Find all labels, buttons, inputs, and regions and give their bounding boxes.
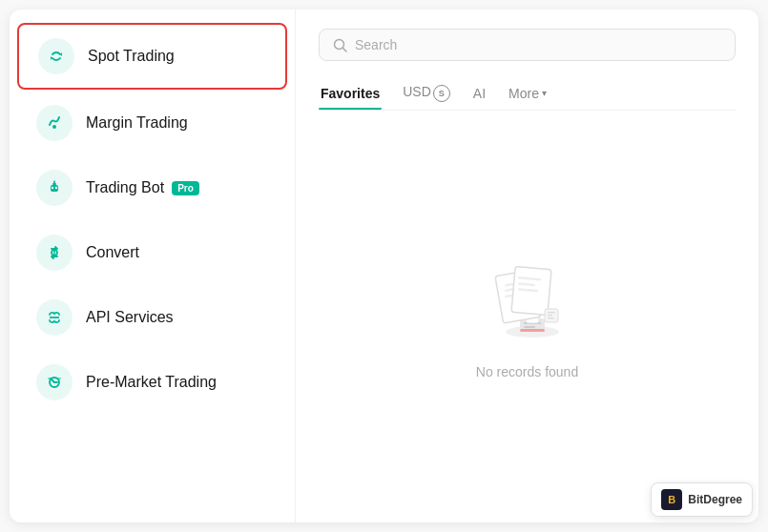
bot-icon [36, 170, 73, 206]
search-bar [319, 29, 736, 61]
no-records-message: No records found [476, 364, 578, 379]
tab-ai[interactable]: AI [471, 78, 488, 109]
sidebar-item-pre-market-trading[interactable]: Pre-Market Trading [17, 351, 287, 414]
sidebar-item-margin-trading-label: Margin Trading [86, 114, 188, 132]
svg-rect-19 [57, 378, 61, 379]
svg-rect-37 [520, 329, 545, 332]
svg-rect-25 [524, 326, 535, 328]
margin-icon [36, 105, 73, 141]
sidebar-item-convert[interactable]: Convert [17, 221, 287, 284]
svg-line-21 [343, 48, 347, 51]
svg-rect-39 [548, 312, 555, 314]
sidebar-item-margin-trading[interactable]: Margin Trading [17, 92, 287, 154]
api-icon [36, 299, 73, 336]
svg-point-11 [53, 181, 55, 183]
sidebar-item-api-services-label: API Services [86, 309, 174, 326]
tab-more[interactable]: More ▾ [507, 78, 549, 109]
bitdegree-logo: B [661, 489, 682, 510]
pro-badge: Pro [172, 181, 199, 195]
sidebar-item-spot-trading-label: Spot Trading [88, 48, 175, 65]
tab-favorites[interactable]: Favorites [319, 78, 382, 109]
chevron-down-icon: ▾ [542, 88, 547, 98]
spot-icon [38, 38, 74, 74]
svg-rect-18 [48, 378, 52, 379]
sidebar-item-convert-label: Convert [86, 244, 139, 261]
empty-state: No records found [319, 130, 736, 503]
main-content: Favorites USDS AI More ▾ [296, 10, 758, 522]
sidebar-item-trading-bot-label: Trading Bot [86, 179, 164, 196]
sidebar: Spot Trading Margin Trading [10, 10, 296, 522]
usds-badge: S [433, 85, 450, 102]
sidebar-item-pre-market-trading-label: Pre-Market Trading [86, 374, 217, 391]
svg-point-0 [47, 47, 66, 66]
tabs: Favorites USDS AI More ▾ [319, 76, 736, 111]
svg-point-3 [45, 113, 64, 133]
svg-rect-40 [548, 315, 552, 317]
search-input[interactable] [355, 37, 721, 52]
no-records-illustration [470, 254, 585, 349]
sidebar-item-spot-trading[interactable]: Spot Trading [17, 23, 287, 90]
search-icon [333, 38, 347, 52]
tab-usds[interactable]: USDS [401, 76, 452, 110]
sidebar-item-trading-bot[interactable]: Trading Bot Pro [17, 156, 287, 219]
svg-point-8 [55, 187, 57, 189]
svg-rect-41 [548, 317, 554, 319]
bitdegree-name: BitDegree [688, 493, 742, 506]
sidebar-item-api-services[interactable]: API Services [17, 286, 287, 349]
convert-icon [36, 235, 73, 271]
premarket-icon [36, 364, 73, 400]
svg-point-4 [52, 125, 56, 129]
bitdegree-badge[interactable]: B BitDegree [651, 482, 753, 517]
svg-rect-9 [52, 183, 56, 185]
svg-point-7 [52, 187, 53, 189]
